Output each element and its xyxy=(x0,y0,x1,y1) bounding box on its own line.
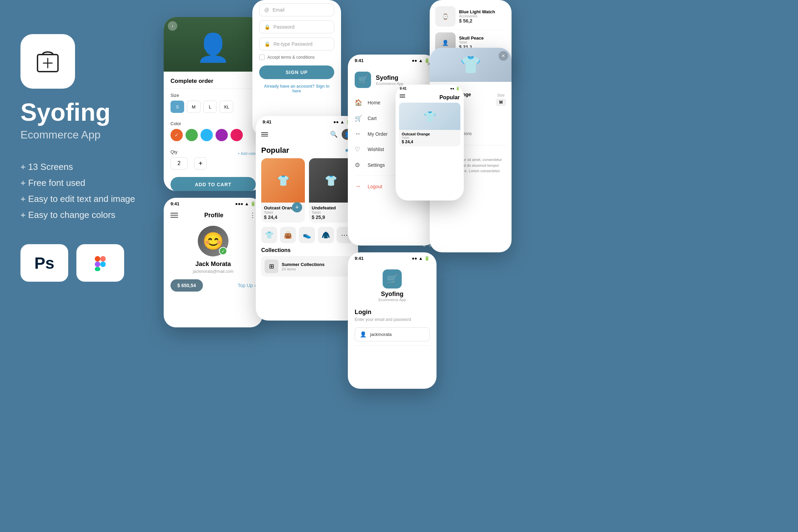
tool-badges: Ps xyxy=(20,244,164,282)
cat-shoes[interactable]: 👟 xyxy=(299,227,315,243)
email-input[interactable]: Email xyxy=(272,7,284,13)
popup-popular-title: Popular xyxy=(439,94,460,101)
terms-checkbox[interactable] xyxy=(259,55,265,60)
search-icon[interactable]: 🔍 xyxy=(330,131,338,138)
add-product-1-btn[interactable]: + xyxy=(292,202,302,212)
figma-badge xyxy=(76,244,124,282)
product-grid: 👕 Outcast Orange Tshirt $ 24,4 + 👕 Undef… xyxy=(256,158,358,227)
balance-amount: $ 650,54 xyxy=(171,279,203,292)
product-price-1: $ 24,4 xyxy=(264,215,302,220)
cat-bags[interactable]: 👜 xyxy=(280,227,296,243)
qty-section: Qty + Add note 2 + xyxy=(164,145,263,174)
password-input[interactable]: Password xyxy=(274,24,294,30)
orders-icon: ↔ xyxy=(355,130,363,137)
retype-input-wrap[interactable]: 🔒 Re-type Password xyxy=(259,38,334,50)
size-m[interactable]: M xyxy=(187,101,201,113)
feature-1: + 13 Screens xyxy=(20,162,164,172)
sign-in-link: Already have an account? Sign in here xyxy=(259,84,334,93)
email-input-wrap[interactable]: @ Email xyxy=(259,3,334,16)
qty-plus-btn[interactable]: + xyxy=(194,157,207,169)
popular-title: Popular xyxy=(261,146,289,155)
username-input-wrap[interactable]: 👤 jackmorata xyxy=(355,327,430,341)
menu-app-info: Syofing Ecommerce App xyxy=(376,74,403,86)
profile-name: Jack Morata xyxy=(195,261,231,268)
cat-jackets[interactable]: 🧥 xyxy=(318,227,334,243)
popular-header: Popular xyxy=(256,143,358,158)
collection-info: Summer Collections 24 items xyxy=(282,262,325,271)
svg-rect-5 xyxy=(95,267,100,271)
size-xl[interactable]: XL xyxy=(220,101,233,113)
cat-shirts[interactable]: 👕 xyxy=(261,227,277,243)
close-detail-btn[interactable]: × xyxy=(499,51,508,61)
collection-item-1[interactable]: ⊞ Summer Collections 24 items xyxy=(261,256,353,277)
color-orange[interactable]: ✓ xyxy=(171,129,183,141)
profile-email: jackmorata@mail.com xyxy=(193,269,234,274)
right-product-1[interactable]: ⌚ Blue Light Watch Accessories $ 56,2 xyxy=(435,3,506,30)
avatar-wrap: 😊 ✓ xyxy=(198,226,228,256)
login-logo: 🛒 Syofing Ecommerce App xyxy=(355,269,430,302)
top-up-button[interactable]: Top Up › xyxy=(238,283,256,288)
status-icons: ●●●▲🔋 xyxy=(235,201,256,206)
size-value: M xyxy=(496,99,506,106)
lock2-icon: 🔒 xyxy=(264,41,270,47)
add-note-link[interactable]: + Add note xyxy=(238,151,256,156)
features-list: + 13 Screens + Free font used + Easy to … xyxy=(20,162,164,220)
color-green[interactable] xyxy=(186,129,198,141)
time: 9:41 xyxy=(171,201,179,206)
product-card-1[interactable]: 👕 Outcast Orange Tshirt $ 24,4 + xyxy=(261,158,305,223)
collection-grid-icon: ⊞ xyxy=(265,260,278,273)
menu-settings-label: Settings xyxy=(368,162,385,168)
photoshop-badge: Ps xyxy=(20,244,68,282)
username-value[interactable]: jackmorata xyxy=(370,332,392,337)
size-l[interactable]: L xyxy=(203,101,217,113)
password-input-wrap[interactable]: 🔒 Password xyxy=(259,20,334,33)
menu-app-sub: Ecommerce App xyxy=(376,82,403,86)
color-buttons: ✓ xyxy=(171,129,256,141)
color-pink[interactable] xyxy=(231,129,243,141)
hamburger-menu[interactable] xyxy=(171,213,178,218)
login-subtitle: Enter your email and password xyxy=(355,317,430,322)
size-section: Size S M L XL xyxy=(164,89,263,117)
popular-menu[interactable] xyxy=(261,132,268,136)
svg-rect-3 xyxy=(95,256,100,262)
color-label: Color xyxy=(171,121,256,126)
popup-hamburger[interactable] xyxy=(400,94,405,101)
product-type-2: Tshirt xyxy=(312,210,350,215)
retype-input[interactable]: Re-type Password xyxy=(274,41,312,47)
svg-point-7 xyxy=(100,262,106,267)
feature-4: + Easy to change colors xyxy=(20,210,164,220)
add-to-cart-button[interactable]: ADD TO CART xyxy=(171,177,256,191)
size-s[interactable]: S xyxy=(171,101,184,113)
menu-logout-label: Logout xyxy=(368,184,382,189)
more-options-btn[interactable]: ⋮ xyxy=(250,211,256,219)
popup-product-1[interactable]: 👕 Outcast Orange Tshirt $ 24,4 xyxy=(399,103,460,146)
category-icons: 👕 👜 👟 🧥 ⋯ xyxy=(256,227,358,247)
time3: 9:41 xyxy=(355,58,364,63)
cart-icon: 🛒 xyxy=(355,115,363,122)
status-bar: 9:41 ●●●▲🔋 xyxy=(164,198,263,208)
back-btn[interactable]: ‹ xyxy=(168,21,177,31)
verified-badge: ✓ xyxy=(219,247,227,255)
app-subtitle: Ecommerce App xyxy=(20,129,164,141)
product-price-2: $ 25,9 xyxy=(312,215,350,220)
color-blue[interactable] xyxy=(201,129,213,141)
color-purple[interactable] xyxy=(216,129,228,141)
menu-app-name: Syofing xyxy=(376,74,403,82)
popular-popup-phone: 9:41 ●●🔋 Popular 👕 Outcast Orange Tshirt… xyxy=(396,85,464,201)
profile-content: 😊 ✓ Jack Morata jackmorata@mail.com $ 65… xyxy=(164,222,263,295)
popup-prod-name: Outcast Orange xyxy=(402,132,458,136)
popup-prod-type: Tshirt xyxy=(402,136,458,139)
logout-icon: → xyxy=(355,183,363,190)
product-card-2[interactable]: 👕 Undefeated Tshirt $ 25,9 xyxy=(309,158,353,223)
feature-2: + Free font used xyxy=(20,178,164,188)
email-icon: @ xyxy=(264,7,269,13)
collections-section: Collections ⊞ Summer Collections 24 item… xyxy=(256,247,358,281)
sign-up-button[interactable]: SIGN UP xyxy=(259,65,334,79)
app-name: Syofing xyxy=(20,99,164,126)
terms-row: Accept terms & conditions xyxy=(259,55,334,60)
profile-nav: Profile ⋮ xyxy=(164,208,263,222)
popular-status-bar: 9:41 ●●▲🔋 xyxy=(256,116,358,126)
qty-label: Qty xyxy=(171,149,177,154)
svg-rect-6 xyxy=(100,256,106,262)
right-product-info-1: Blue Light Watch Accessories $ 56,2 xyxy=(459,9,506,24)
